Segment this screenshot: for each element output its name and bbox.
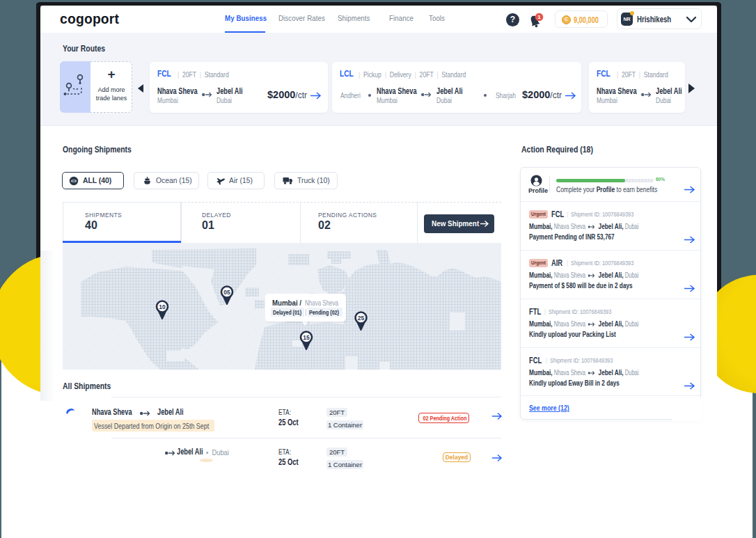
svg-text:25: 25	[358, 315, 365, 322]
svg-text:10: 10	[159, 303, 166, 310]
svg-text:Pending (02): Pending (02)	[309, 309, 339, 316]
svg-text:Delayed (01): Delayed (01)	[273, 309, 301, 316]
svg-text:05: 05	[223, 289, 230, 296]
svg-text:1: 1	[537, 14, 541, 20]
svg-text:Nhava Sheva: Nhava Sheva	[305, 299, 338, 307]
svg-text:Mumbai /: Mumbai /	[272, 299, 301, 307]
svg-text:15: 15	[303, 334, 310, 341]
